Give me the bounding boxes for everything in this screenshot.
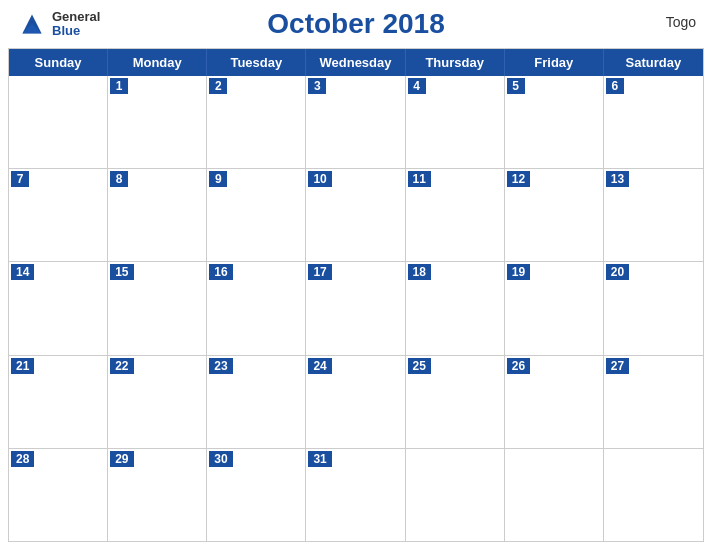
header-friday: Friday <box>505 49 604 76</box>
day-number: 7 <box>11 171 29 187</box>
day-cell: 24 <box>306 356 405 448</box>
day-cell: 1 <box>108 76 207 168</box>
calendar-grid: 1234567891011121314151617181920212223242… <box>9 76 703 541</box>
day-cell: 21 <box>9 356 108 448</box>
day-number: 26 <box>507 358 530 374</box>
week-row: 123456 <box>9 76 703 169</box>
day-cell: 19 <box>505 262 604 354</box>
day-number: 31 <box>308 451 331 467</box>
day-number: 6 <box>606 78 624 94</box>
day-cell: 11 <box>406 169 505 261</box>
day-cell: 18 <box>406 262 505 354</box>
day-cell: 29 <box>108 449 207 541</box>
day-number: 13 <box>606 171 629 187</box>
logo-text: General Blue <box>52 10 100 39</box>
day-number: 18 <box>408 264 431 280</box>
header-thursday: Thursday <box>406 49 505 76</box>
logo: General Blue <box>16 8 100 40</box>
day-cell: 5 <box>505 76 604 168</box>
calendar: Sunday Monday Tuesday Wednesday Thursday… <box>8 48 704 542</box>
day-cell: 26 <box>505 356 604 448</box>
day-cell: 22 <box>108 356 207 448</box>
week-row: 78910111213 <box>9 169 703 262</box>
day-number: 23 <box>209 358 232 374</box>
day-cell: 9 <box>207 169 306 261</box>
day-cell: 20 <box>604 262 703 354</box>
day-number: 28 <box>11 451 34 467</box>
day-number: 14 <box>11 264 34 280</box>
day-number: 19 <box>507 264 530 280</box>
day-number: 16 <box>209 264 232 280</box>
day-number: 29 <box>110 451 133 467</box>
day-cell <box>406 449 505 541</box>
day-number: 5 <box>507 78 525 94</box>
day-number: 3 <box>308 78 326 94</box>
day-number: 1 <box>110 78 128 94</box>
day-number: 2 <box>209 78 227 94</box>
day-number: 25 <box>408 358 431 374</box>
calendar-header: General Blue October 2018 Togo <box>0 0 712 48</box>
week-row: 14151617181920 <box>9 262 703 355</box>
month-title: October 2018 <box>267 8 444 40</box>
day-cell: 16 <box>207 262 306 354</box>
day-number: 15 <box>110 264 133 280</box>
day-number: 9 <box>209 171 227 187</box>
day-cell: 27 <box>604 356 703 448</box>
day-number: 27 <box>606 358 629 374</box>
header-wednesday: Wednesday <box>306 49 405 76</box>
day-number: 24 <box>308 358 331 374</box>
day-number: 22 <box>110 358 133 374</box>
day-cell: 3 <box>306 76 405 168</box>
logo-blue-text: Blue <box>52 24 100 38</box>
day-cell: 6 <box>604 76 703 168</box>
day-cell <box>604 449 703 541</box>
header-tuesday: Tuesday <box>207 49 306 76</box>
day-cell: 30 <box>207 449 306 541</box>
logo-icon <box>16 8 48 40</box>
header-monday: Monday <box>108 49 207 76</box>
day-number: 30 <box>209 451 232 467</box>
day-number: 4 <box>408 78 426 94</box>
day-number: 11 <box>408 171 431 187</box>
day-number: 17 <box>308 264 331 280</box>
day-cell: 25 <box>406 356 505 448</box>
day-cell: 31 <box>306 449 405 541</box>
day-number: 21 <box>11 358 34 374</box>
country-label: Togo <box>666 14 696 30</box>
day-cell: 4 <box>406 76 505 168</box>
day-cell: 23 <box>207 356 306 448</box>
day-cell: 12 <box>505 169 604 261</box>
day-number: 10 <box>308 171 331 187</box>
day-cell: 10 <box>306 169 405 261</box>
day-number: 8 <box>110 171 128 187</box>
day-cell: 13 <box>604 169 703 261</box>
day-cell: 2 <box>207 76 306 168</box>
header-sunday: Sunday <box>9 49 108 76</box>
day-cell <box>505 449 604 541</box>
day-headers-row: Sunday Monday Tuesday Wednesday Thursday… <box>9 49 703 76</box>
day-cell: 7 <box>9 169 108 261</box>
day-cell: 8 <box>108 169 207 261</box>
day-cell: 14 <box>9 262 108 354</box>
week-row: 28293031 <box>9 449 703 541</box>
day-number: 20 <box>606 264 629 280</box>
day-cell <box>9 76 108 168</box>
logo-general-text: General <box>52 10 100 24</box>
day-cell: 15 <box>108 262 207 354</box>
day-number: 12 <box>507 171 530 187</box>
header-saturday: Saturday <box>604 49 703 76</box>
week-row: 21222324252627 <box>9 356 703 449</box>
day-cell: 17 <box>306 262 405 354</box>
day-cell: 28 <box>9 449 108 541</box>
